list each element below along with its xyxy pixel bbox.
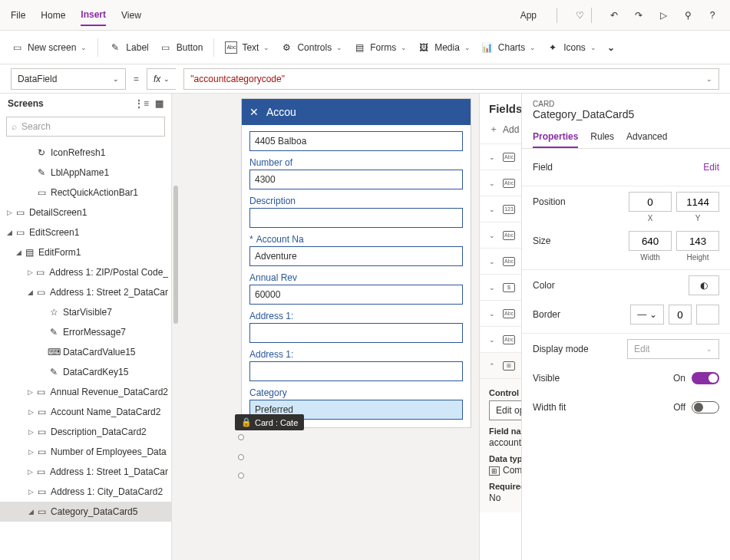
share-icon[interactable]: ⚲ bbox=[681, 10, 695, 21]
screens-pane: Screens⋮≡▦ ⌕Search ↻IconRefresh1✎LblAppN… bbox=[0, 94, 172, 560]
menu-home[interactable]: Home bbox=[41, 5, 65, 25]
controls-icon: ⚙ bbox=[280, 41, 292, 54]
icons-button[interactable]: ✦Icons⌄ bbox=[547, 41, 596, 54]
field-item[interactable]: ⌄AbcAddress 1: City bbox=[480, 143, 521, 170]
help-icon[interactable]: ? bbox=[705, 10, 719, 21]
menu-insert[interactable]: Insert bbox=[81, 5, 106, 26]
button-icon: ▭ bbox=[160, 41, 172, 54]
close-icon[interactable]: ✕ bbox=[249, 106, 259, 118]
display-mode-select[interactable]: Edit⌄ bbox=[627, 339, 719, 359]
form-input[interactable]: 60000 bbox=[249, 285, 463, 305]
visible-toggle[interactable] bbox=[692, 372, 719, 384]
border-color-picker[interactable] bbox=[696, 305, 719, 324]
card-name: Category_DataCard5 bbox=[522, 108, 730, 127]
text-icon: Abc bbox=[225, 41, 237, 54]
border-style-select[interactable]: — ⌄ bbox=[630, 305, 664, 324]
edit-field-link[interactable]: Edit bbox=[703, 162, 719, 173]
visible-label: Visible bbox=[533, 373, 673, 384]
form-input[interactable]: 4300 bbox=[249, 170, 463, 189]
field-item[interactable]: ⌄AbcDescription bbox=[480, 222, 521, 248]
height-input[interactable] bbox=[676, 231, 719, 251]
media-button[interactable]: 🖼Media⌄ bbox=[418, 41, 471, 54]
health-icon[interactable]: ♡ bbox=[573, 10, 586, 21]
formula-input[interactable]: "accountcategorycode"⌄ bbox=[183, 68, 719, 90]
new-screen-button[interactable]: ▭New screen⌄ bbox=[11, 41, 87, 54]
tree-node[interactable]: ▭RectQuickActionBar1 bbox=[0, 183, 171, 203]
form-input[interactable] bbox=[249, 361, 463, 381]
tree-node[interactable]: ▷▭Description_DataCard2 bbox=[0, 422, 171, 442]
tree-node[interactable]: ◢▭EditScreen1 bbox=[0, 222, 171, 242]
tree-collapse-icon[interactable]: ⋮≡ bbox=[134, 98, 149, 109]
fields-pane: Fields✕ ＋Add field⋯ ⌄AbcAddress 1: City⌄… bbox=[479, 94, 521, 560]
tree-node[interactable]: ▷▭Annual Revenue_DataCard2 bbox=[0, 382, 171, 402]
tab-rules[interactable]: Rules bbox=[590, 127, 614, 148]
tree-node[interactable]: ▷▭Address 1: Street 1_DataCar bbox=[0, 462, 171, 482]
redo-icon[interactable]: ↷ bbox=[632, 10, 646, 21]
tree-node[interactable]: ⌨DataCardValue15 bbox=[0, 342, 171, 362]
play-icon[interactable]: ▷ bbox=[656, 10, 670, 21]
property-select[interactable]: DataField⌄ bbox=[11, 68, 126, 90]
field-label: *Account Na bbox=[249, 234, 463, 245]
tree-node[interactable]: ▷▭Address 1: City_DataCard2 bbox=[0, 482, 171, 502]
forms-button[interactable]: ▤Forms⌄ bbox=[353, 41, 407, 54]
menu-view[interactable]: View bbox=[121, 5, 141, 25]
tree-node[interactable]: ✎LblAppName1 bbox=[0, 163, 171, 183]
icons-icon: ✦ bbox=[547, 41, 559, 54]
tree-node[interactable]: ✎DataCardKey15 bbox=[0, 362, 171, 382]
width-fit-toggle[interactable] bbox=[692, 401, 719, 413]
border-width-input[interactable] bbox=[669, 305, 692, 324]
position-y-input[interactable] bbox=[676, 192, 719, 212]
field-item[interactable]: ⌄$Annual Revenue bbox=[480, 274, 521, 300]
plus-icon: ＋ bbox=[489, 123, 498, 136]
form-input[interactable]: Adventure bbox=[249, 246, 463, 266]
search-input[interactable]: ⌕Search bbox=[6, 117, 165, 137]
field-label: Annual Rev bbox=[249, 272, 463, 283]
position-x-input[interactable] bbox=[629, 192, 672, 212]
form-input[interactable] bbox=[249, 208, 463, 228]
field-label: Address 1: bbox=[249, 349, 463, 360]
field-item[interactable]: ⌄AbcAccount Name bbox=[480, 248, 521, 274]
width-input[interactable] bbox=[629, 231, 672, 251]
tab-advanced[interactable]: Advanced bbox=[626, 127, 667, 148]
form-input[interactable] bbox=[249, 323, 463, 343]
canvas-scrollbar[interactable] bbox=[172, 94, 180, 560]
tree-node[interactable]: ☆StarVisible7 bbox=[0, 302, 171, 322]
menu-file[interactable]: File bbox=[11, 5, 25, 25]
label-button[interactable]: ✎Label bbox=[109, 41, 148, 54]
tree-node[interactable]: ▷▭DetailScreen1 bbox=[0, 203, 171, 222]
undo-icon[interactable]: ↶ bbox=[607, 10, 621, 21]
field-label: Field bbox=[533, 162, 703, 173]
field-label: Description bbox=[249, 196, 463, 206]
form-input[interactable]: 4405 Balboa bbox=[249, 131, 463, 151]
charts-button[interactable]: 📊Charts⌄ bbox=[481, 41, 536, 54]
overflow-button[interactable]: ⌄ bbox=[607, 42, 615, 53]
tree-node[interactable]: ◢▭Category_DataCard5 bbox=[0, 502, 171, 522]
tree-node[interactable]: ✎ErrorMessage7 bbox=[0, 322, 171, 342]
fx-button[interactable]: fx⌄ bbox=[147, 68, 176, 90]
add-field-button[interactable]: ＋Add field bbox=[489, 123, 521, 136]
button-button[interactable]: ▭Button bbox=[160, 41, 203, 54]
tree-node[interactable]: ◢▤EditForm1 bbox=[0, 242, 171, 262]
tree-node[interactable]: ▷▭Address 1: ZIP/Postal Code_ bbox=[0, 262, 171, 282]
tree-node[interactable]: ▷▭Number of Employees_Data bbox=[0, 442, 171, 462]
control-type-select[interactable]: Edit option set single-select⌄ bbox=[489, 400, 521, 420]
text-button[interactable]: AbcText⌄ bbox=[225, 41, 269, 54]
tree-node[interactable]: ▷▭Account Name_DataCard2 bbox=[0, 402, 171, 422]
media-icon: 🖼 bbox=[418, 41, 430, 54]
color-picker[interactable]: ◐ bbox=[689, 275, 719, 295]
controls-button[interactable]: ⚙Controls⌄ bbox=[280, 41, 342, 54]
field-item[interactable]: ⌄AbcAddress 1: Street 2 bbox=[480, 300, 521, 326]
field-item[interactable]: ⌃⊞Category⋯ bbox=[480, 352, 521, 378]
tree-node[interactable]: ↻IconRefresh1 bbox=[0, 143, 171, 163]
thumbnail-view-icon[interactable]: ▦ bbox=[155, 98, 164, 109]
formula-bar: DataField⌄ = fx⌄ "accountcategorycode"⌄ bbox=[0, 64, 730, 94]
field-item[interactable]: ⌄AbcAddress 1: ZIP/Postal Code bbox=[480, 326, 521, 352]
tree-node[interactable]: ◢▭Address 1: Street 2_DataCar bbox=[0, 282, 171, 302]
label-icon: ✎ bbox=[109, 41, 121, 54]
tree-view: ↻IconRefresh1✎LblAppName1▭RectQuickActio… bbox=[0, 140, 171, 560]
tab-properties[interactable]: Properties bbox=[533, 127, 578, 148]
menu-app[interactable]: App bbox=[520, 5, 537, 25]
field-item[interactable]: ⌄AbcAddress 1: Street 1 bbox=[480, 170, 521, 196]
chevron-down-icon: ⌄ bbox=[81, 44, 87, 51]
field-item[interactable]: ⌄123Number of Employees bbox=[480, 196, 521, 222]
